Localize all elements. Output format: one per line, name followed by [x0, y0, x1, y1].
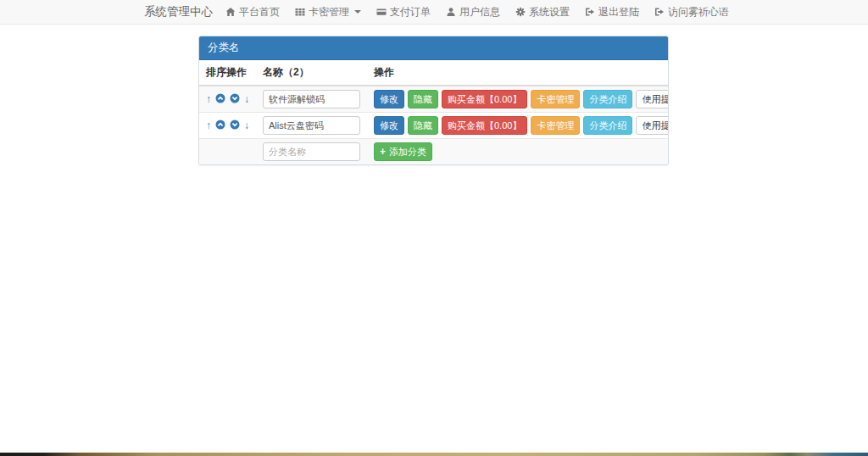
sort-controls: ↑ ↓	[206, 93, 249, 106]
column-header-actions: 操作	[367, 60, 669, 86]
nav-item-system-settings[interactable]: 系统设置	[508, 5, 577, 19]
panel-title: 分类名	[199, 36, 668, 60]
card-manage-button[interactable]: 卡密管理	[531, 116, 580, 135]
sort-controls: ↑ ↓	[206, 120, 249, 132]
add-category-label: 添加分类	[389, 146, 426, 158]
table-header-row: 排序操作 名称（2） 操作	[199, 60, 669, 86]
home-icon	[225, 7, 236, 17]
card-manage-button[interactable]: 卡密管理	[531, 90, 580, 108]
navbar-menu: 平台首页 卡密管理 支付订单 用户信息 系统设置	[218, 5, 737, 19]
purchase-amount-button[interactable]: 购买金额【0.00】	[442, 116, 527, 135]
purchase-amount-button[interactable]: 购买金额【0.00】	[442, 90, 527, 108]
add-category-button[interactable]: + 添加分类	[374, 142, 432, 161]
signout-icon	[654, 7, 665, 17]
row-action-buttons: 修改 隐藏 购买金额【0.00】 卡密管理 分类介绍 使用提示 删除	[374, 90, 669, 108]
plus-icon: +	[380, 147, 386, 157]
edit-button[interactable]: 修改	[374, 90, 404, 108]
nav-item-user-info[interactable]: 用户信息	[438, 5, 508, 19]
card-icon	[376, 7, 387, 17]
usage-tip-button[interactable]: 使用提示	[636, 116, 669, 135]
row-action-buttons: 修改 隐藏 购买金额【0.00】 卡密管理 分类介绍 使用提示 删除	[374, 116, 669, 135]
navbar-title: 系统管理中心	[144, 4, 213, 19]
category-name-input[interactable]	[263, 116, 360, 135]
arrow-down-icon[interactable]: ↓	[244, 120, 249, 131]
bottom-wallpaper-strip	[0, 453, 868, 456]
nav-item-label: 支付订单	[390, 5, 431, 19]
caret-down-icon	[354, 10, 361, 14]
column-header-name: 名称（2）	[256, 60, 367, 86]
gear-icon	[515, 7, 526, 17]
hide-button[interactable]: 隐藏	[408, 90, 438, 108]
nav-item-visit-site[interactable]: 访问雾祈心语	[647, 5, 737, 19]
nav-item-home[interactable]: 平台首页	[218, 5, 287, 19]
category-panel: 分类名 排序操作 名称（2） 操作 ↑	[198, 36, 669, 165]
chevron-circle-up-icon[interactable]	[215, 120, 225, 132]
category-intro-button[interactable]: 分类介绍	[583, 90, 632, 108]
nav-item-label: 用户信息	[459, 5, 500, 19]
user-icon	[446, 7, 456, 17]
new-category-name-input[interactable]	[263, 142, 360, 161]
arrow-down-icon[interactable]: ↓	[244, 94, 249, 104]
nav-item-label: 平台首页	[239, 5, 280, 19]
nav-item-card-management[interactable]: 卡密管理	[287, 5, 369, 19]
edit-button[interactable]: 修改	[374, 116, 404, 135]
category-name-input[interactable]	[263, 90, 360, 108]
nav-item-label: 访问雾祈心语	[668, 5, 729, 19]
chevron-circle-down-icon[interactable]	[230, 120, 240, 132]
grid-icon	[295, 7, 305, 17]
add-category-row: + 添加分类	[199, 139, 669, 165]
category-intro-button[interactable]: 分类介绍	[583, 116, 632, 135]
column-header-sort: 排序操作	[199, 60, 256, 86]
table-row: ↑ ↓ 修改	[199, 113, 669, 139]
nav-item-label: 退出登陆	[598, 5, 639, 19]
signout-icon	[585, 7, 595, 17]
nav-item-logout[interactable]: 退出登陆	[577, 5, 647, 19]
hide-button[interactable]: 隐藏	[408, 116, 438, 135]
arrow-up-icon[interactable]: ↑	[206, 120, 211, 131]
arrow-up-icon[interactable]: ↑	[206, 94, 211, 104]
chevron-circle-up-icon[interactable]	[215, 93, 225, 106]
nav-item-label: 卡密管理	[309, 5, 349, 19]
category-table: 排序操作 名称（2） 操作 ↑	[199, 60, 669, 164]
usage-tip-button[interactable]: 使用提示	[636, 90, 669, 108]
nav-item-label: 系统设置	[529, 5, 570, 19]
navbar: 系统管理中心 平台首页 卡密管理 支付订单 用户信息	[0, 0, 868, 25]
chevron-circle-down-icon[interactable]	[230, 93, 240, 106]
nav-item-pay-orders[interactable]: 支付订单	[369, 5, 438, 19]
table-row: ↑ ↓ 修改	[199, 86, 669, 113]
